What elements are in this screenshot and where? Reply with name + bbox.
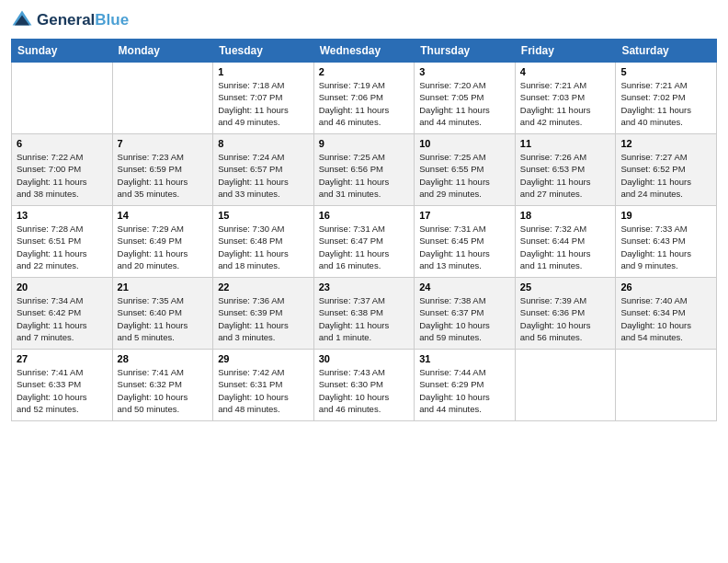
calendar-cell: 17Sunrise: 7:31 AM Sunset: 6:45 PM Dayli… <box>415 206 516 278</box>
col-header-thursday: Thursday <box>415 40 516 63</box>
day-number: 14 <box>118 210 209 221</box>
calendar-week-1: 1Sunrise: 7:18 AM Sunset: 7:07 PM Daylig… <box>12 63 717 134</box>
calendar-cell: 24Sunrise: 7:38 AM Sunset: 6:37 PM Dayli… <box>415 278 516 350</box>
day-number: 2 <box>319 66 410 77</box>
calendar-cell: 27Sunrise: 7:41 AM Sunset: 6:33 PM Dayli… <box>12 350 113 421</box>
col-header-wednesday: Wednesday <box>313 40 415 63</box>
calendar-cell: 5Sunrise: 7:21 AM Sunset: 7:02 PM Daylig… <box>616 63 717 134</box>
calendar-cell: 6Sunrise: 7:22 AM Sunset: 7:00 PM Daylig… <box>12 134 113 206</box>
day-info: Sunrise: 7:31 AM Sunset: 6:45 PM Dayligh… <box>419 223 510 271</box>
calendar-cell: 7Sunrise: 7:23 AM Sunset: 6:59 PM Daylig… <box>112 134 213 206</box>
calendar-cell: 29Sunrise: 7:42 AM Sunset: 6:31 PM Dayli… <box>213 350 314 421</box>
calendar-cell: 18Sunrise: 7:32 AM Sunset: 6:44 PM Dayli… <box>515 206 616 278</box>
day-number: 23 <box>319 282 410 293</box>
logo-text: GeneralBlue <box>37 11 129 29</box>
day-number: 25 <box>520 282 611 293</box>
day-number: 6 <box>17 138 108 149</box>
col-header-friday: Friday <box>515 40 616 63</box>
day-info: Sunrise: 7:21 AM Sunset: 7:02 PM Dayligh… <box>620 79 711 128</box>
calendar-cell: 12Sunrise: 7:27 AM Sunset: 6:52 PM Dayli… <box>616 134 717 206</box>
day-number: 3 <box>419 66 510 77</box>
calendar-cell <box>616 350 717 421</box>
day-info: Sunrise: 7:41 AM Sunset: 6:32 PM Dayligh… <box>118 366 209 415</box>
day-info: Sunrise: 7:41 AM Sunset: 6:33 PM Dayligh… <box>17 366 108 415</box>
day-number: 10 <box>419 138 510 149</box>
calendar-cell: 1Sunrise: 7:18 AM Sunset: 7:07 PM Daylig… <box>213 63 314 134</box>
calendar-cell: 16Sunrise: 7:31 AM Sunset: 6:47 PM Dayli… <box>313 206 415 278</box>
calendar-cell: 25Sunrise: 7:39 AM Sunset: 6:36 PM Dayli… <box>515 278 616 350</box>
calendar-cell: 8Sunrise: 7:24 AM Sunset: 6:57 PM Daylig… <box>213 134 314 206</box>
calendar-cell: 31Sunrise: 7:44 AM Sunset: 6:29 PM Dayli… <box>415 350 516 421</box>
day-info: Sunrise: 7:22 AM Sunset: 7:00 PM Dayligh… <box>17 151 108 200</box>
day-info: Sunrise: 7:30 AM Sunset: 6:48 PM Dayligh… <box>218 223 309 271</box>
day-info: Sunrise: 7:35 AM Sunset: 6:40 PM Dayligh… <box>118 294 209 343</box>
day-number: 7 <box>118 138 209 149</box>
day-info: Sunrise: 7:29 AM Sunset: 6:49 PM Dayligh… <box>118 223 209 271</box>
calendar-header-row: SundayMondayTuesdayWednesdayThursdayFrid… <box>12 40 717 63</box>
calendar-cell: 30Sunrise: 7:43 AM Sunset: 6:30 PM Dayli… <box>313 350 415 421</box>
day-number: 20 <box>17 282 108 293</box>
day-number: 9 <box>319 138 410 149</box>
day-number: 27 <box>17 353 108 364</box>
calendar-week-2: 6Sunrise: 7:22 AM Sunset: 7:00 PM Daylig… <box>12 134 717 206</box>
day-number: 29 <box>218 353 309 364</box>
col-header-monday: Monday <box>112 40 213 63</box>
day-info: Sunrise: 7:43 AM Sunset: 6:30 PM Dayligh… <box>319 366 410 415</box>
calendar-cell: 14Sunrise: 7:29 AM Sunset: 6:49 PM Dayli… <box>112 206 213 278</box>
col-header-sunday: Sunday <box>12 40 113 63</box>
calendar-week-3: 13Sunrise: 7:28 AM Sunset: 6:51 PM Dayli… <box>12 206 717 278</box>
calendar-cell: 19Sunrise: 7:33 AM Sunset: 6:43 PM Dayli… <box>616 206 717 278</box>
calendar-cell: 21Sunrise: 7:35 AM Sunset: 6:40 PM Dayli… <box>112 278 213 350</box>
day-number: 5 <box>620 66 711 77</box>
day-info: Sunrise: 7:23 AM Sunset: 6:59 PM Dayligh… <box>118 151 209 200</box>
day-info: Sunrise: 7:40 AM Sunset: 6:34 PM Dayligh… <box>620 294 711 343</box>
day-number: 13 <box>17 210 108 221</box>
calendar-cell: 23Sunrise: 7:37 AM Sunset: 6:38 PM Dayli… <box>313 278 415 350</box>
day-number: 11 <box>520 138 611 149</box>
calendar-cell: 13Sunrise: 7:28 AM Sunset: 6:51 PM Dayli… <box>12 206 113 278</box>
day-info: Sunrise: 7:38 AM Sunset: 6:37 PM Dayligh… <box>419 294 510 343</box>
day-number: 1 <box>218 66 309 77</box>
calendar-cell: 3Sunrise: 7:20 AM Sunset: 7:05 PM Daylig… <box>415 63 516 134</box>
day-info: Sunrise: 7:27 AM Sunset: 6:52 PM Dayligh… <box>620 151 711 200</box>
day-info: Sunrise: 7:33 AM Sunset: 6:43 PM Dayligh… <box>620 223 711 271</box>
logo: GeneralBlue <box>11 9 129 31</box>
day-info: Sunrise: 7:37 AM Sunset: 6:38 PM Dayligh… <box>319 294 410 343</box>
calendar-cell <box>12 63 113 134</box>
calendar-cell: 15Sunrise: 7:30 AM Sunset: 6:48 PM Dayli… <box>213 206 314 278</box>
day-info: Sunrise: 7:31 AM Sunset: 6:47 PM Dayligh… <box>319 223 410 271</box>
day-info: Sunrise: 7:26 AM Sunset: 6:53 PM Dayligh… <box>520 151 611 200</box>
day-info: Sunrise: 7:19 AM Sunset: 7:06 PM Dayligh… <box>319 79 410 128</box>
calendar-cell <box>515 350 616 421</box>
day-number: 30 <box>319 353 410 364</box>
day-number: 28 <box>118 353 209 364</box>
day-number: 31 <box>419 353 510 364</box>
col-header-saturday: Saturday <box>616 40 717 63</box>
day-info: Sunrise: 7:44 AM Sunset: 6:29 PM Dayligh… <box>419 366 510 415</box>
day-number: 19 <box>620 210 711 221</box>
day-info: Sunrise: 7:32 AM Sunset: 6:44 PM Dayligh… <box>520 223 611 271</box>
day-info: Sunrise: 7:21 AM Sunset: 7:03 PM Dayligh… <box>520 79 611 128</box>
day-info: Sunrise: 7:18 AM Sunset: 7:07 PM Dayligh… <box>218 79 309 128</box>
page-container: GeneralBlue SundayMondayTuesdayWednesday… <box>0 0 728 429</box>
day-info: Sunrise: 7:25 AM Sunset: 6:55 PM Dayligh… <box>419 151 510 200</box>
day-number: 16 <box>319 210 410 221</box>
logo-icon <box>11 9 33 31</box>
day-info: Sunrise: 7:25 AM Sunset: 6:56 PM Dayligh… <box>319 151 410 200</box>
day-number: 24 <box>419 282 510 293</box>
day-info: Sunrise: 7:34 AM Sunset: 6:42 PM Dayligh… <box>17 294 108 343</box>
col-header-tuesday: Tuesday <box>213 40 314 63</box>
day-info: Sunrise: 7:28 AM Sunset: 6:51 PM Dayligh… <box>17 223 108 271</box>
calendar-cell: 9Sunrise: 7:25 AM Sunset: 6:56 PM Daylig… <box>313 134 415 206</box>
calendar-week-4: 20Sunrise: 7:34 AM Sunset: 6:42 PM Dayli… <box>12 278 717 350</box>
day-number: 4 <box>520 66 611 77</box>
calendar-cell <box>112 63 213 134</box>
day-number: 18 <box>520 210 611 221</box>
calendar-cell: 4Sunrise: 7:21 AM Sunset: 7:03 PM Daylig… <box>515 63 616 134</box>
day-info: Sunrise: 7:20 AM Sunset: 7:05 PM Dayligh… <box>419 79 510 128</box>
day-number: 17 <box>419 210 510 221</box>
day-info: Sunrise: 7:39 AM Sunset: 6:36 PM Dayligh… <box>520 294 611 343</box>
day-number: 15 <box>218 210 309 221</box>
calendar-cell: 26Sunrise: 7:40 AM Sunset: 6:34 PM Dayli… <box>616 278 717 350</box>
day-number: 8 <box>218 138 309 149</box>
